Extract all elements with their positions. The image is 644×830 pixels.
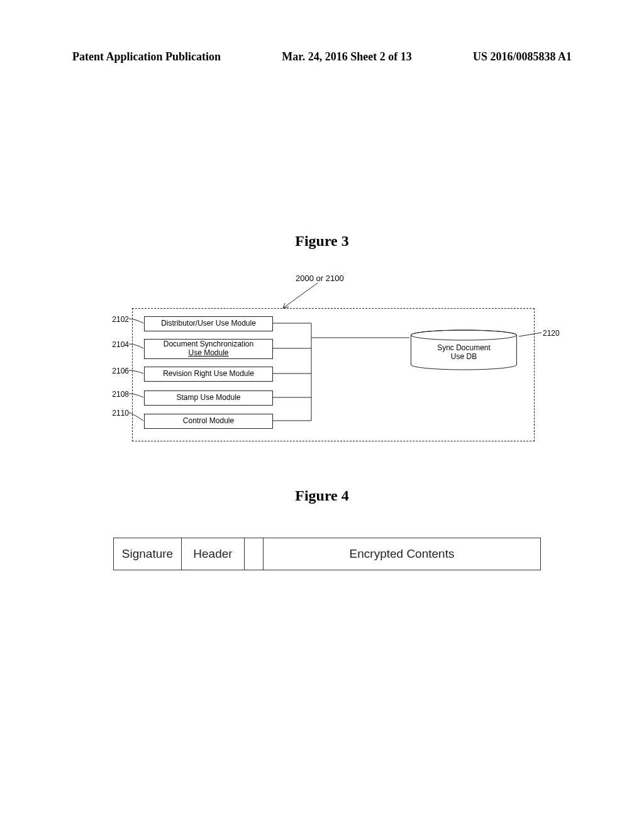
- ref-2108: 2108: [104, 390, 129, 399]
- figure-4-diagram: Signature Header Encrypted Contents: [113, 538, 541, 570]
- cell-encrypted-contents: Encrypted Contents: [264, 538, 540, 570]
- header-center: Mar. 24, 2016 Sheet 2 of 13: [282, 50, 411, 64]
- module-label: Control Module: [183, 417, 234, 426]
- module-distributor-user: Distributor/User Use Module: [144, 316, 273, 331]
- ref-2120: 2120: [543, 329, 560, 338]
- figure-4-title: Figure 4: [0, 487, 644, 504]
- cell-gap: [245, 538, 264, 570]
- callout-2000-or-2100: 2000 or 2100: [296, 274, 344, 283]
- header-left: Patent Application Publication: [72, 50, 221, 64]
- sync-document-use-db: Sync Document Use DB: [409, 329, 518, 370]
- module-label: Revision Right Use Module: [163, 370, 254, 379]
- module-label: Distributor/User Use Module: [161, 319, 256, 328]
- db-label-line1: Sync Document: [437, 343, 491, 352]
- ref-2106: 2106: [104, 367, 129, 375]
- figure-3-title: Figure 3: [0, 233, 644, 250]
- module-label-line1: Document Synchronization: [164, 340, 253, 348]
- ref-2104: 2104: [104, 340, 129, 349]
- module-document-sync: Document Synchronization Use Module: [144, 339, 273, 359]
- figure-3-diagram: 2000 or 2100 2102 2104 2106 2108 2110 21…: [72, 274, 569, 453]
- header-right: US 2016/0085838 A1: [473, 50, 572, 64]
- system-dashed-box: Distributor/User Use Module Document Syn…: [132, 308, 535, 441]
- cell-header: Header: [182, 538, 245, 570]
- module-label-line2: Use Module: [188, 348, 228, 357]
- module-control: Control Module: [144, 414, 273, 429]
- cell-signature: Signature: [114, 538, 182, 570]
- record-layout-box: Signature Header Encrypted Contents: [113, 538, 541, 570]
- ref-2110: 2110: [104, 409, 129, 418]
- cell-label: Signature: [122, 547, 173, 561]
- ref-2102: 2102: [104, 315, 129, 324]
- page: Patent Application Publication Mar. 24, …: [0, 0, 644, 830]
- db-label: Sync Document Use DB: [409, 343, 518, 362]
- module-stamp: Stamp Use Module: [144, 390, 273, 406]
- db-label-line2: Use DB: [451, 352, 477, 361]
- module-label: Document Synchronization Use Module: [164, 340, 253, 358]
- cell-label: Header: [193, 547, 232, 561]
- module-revision-right: Revision Right Use Module: [144, 367, 273, 382]
- cell-label: Encrypted Contents: [350, 547, 455, 561]
- page-header: Patent Application Publication Mar. 24, …: [72, 50, 572, 64]
- module-label: Stamp Use Module: [176, 394, 240, 402]
